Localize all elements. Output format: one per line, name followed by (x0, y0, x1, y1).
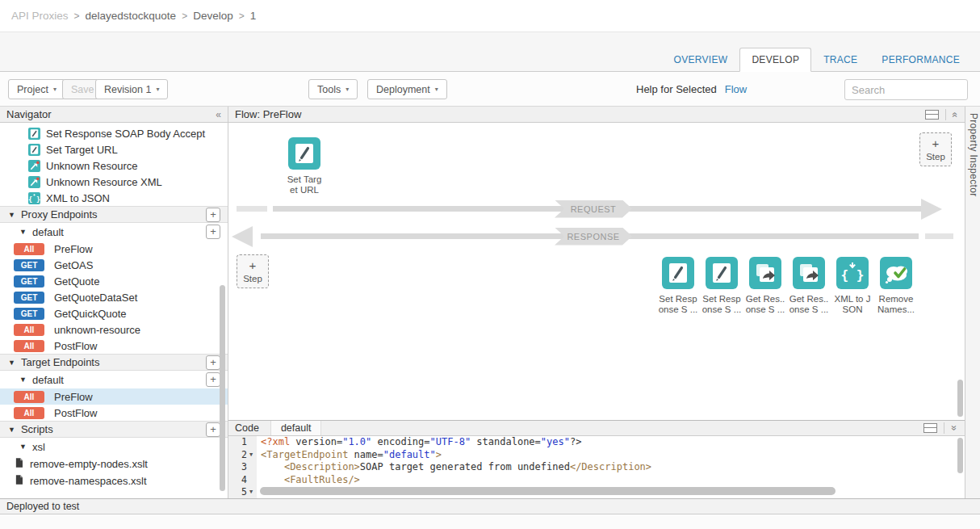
help-flow-link[interactable]: Flow (725, 83, 747, 95)
method-badge: GET (14, 259, 44, 271)
section-header-proxy-endpoints[interactable]: ▼Proxy Endpoints+ (0, 206, 228, 223)
flow-row-postflow[interactable]: AllPostFlow (0, 338, 228, 354)
add-step-request-button[interactable]: + Step (919, 132, 952, 166)
revision-menu-button[interactable]: Revision 1▾ (95, 79, 168, 99)
navigator-scrollbar[interactable] (220, 285, 225, 491)
code-editor[interactable]: 1<?xml version="1.0" encoding="UTF-8" st… (228, 436, 965, 498)
copy-step-icon[interactable] (749, 257, 781, 289)
code-text: <FaultRules/> (257, 474, 360, 487)
add-step-response-button[interactable]: + Step (237, 254, 269, 288)
flow-step[interactable]: Set Target URL (283, 137, 326, 195)
flow-row-preflow[interactable]: AllPreFlow (0, 388, 228, 405)
flow-row-getquickquote[interactable]: GETGetQuickQuote (0, 305, 228, 321)
add-target-endpoints-button[interactable]: + (206, 355, 220, 370)
method-badge: All (14, 407, 44, 419)
flow-row-preflow[interactable]: AllPreFlow (0, 241, 228, 257)
flow-row-postflow[interactable]: AllPostFlow (0, 405, 228, 421)
policy-label: Set Response SOAP Body Accept (46, 128, 205, 140)
method-badge: All (14, 391, 44, 403)
code-horizontal-scrollbar[interactable] (260, 487, 836, 495)
section-header-target-endpoints[interactable]: ▼Target Endpoints+ (0, 354, 228, 371)
line-number: 4 (228, 474, 249, 487)
step-label: Get Res..onse S ... (746, 294, 785, 315)
flow-label: unknown-resource (54, 324, 140, 336)
response-arrow-icon (232, 226, 253, 247)
fold-toggle-icon[interactable]: ▼ (249, 449, 257, 462)
navigator-policy-item[interactable]: { }XML to JSON (0, 190, 228, 206)
add-scripts-button[interactable]: + (206, 422, 220, 437)
code-vertical-scrollbar[interactable] (957, 438, 963, 473)
flow-title: Flow: PreFlow (235, 108, 301, 120)
code-line: 3 <Description>SOAP target generated fro… (228, 461, 965, 474)
collapse-flow-panel-icon[interactable]: « (950, 111, 961, 117)
navigator-policy-item[interactable]: Set Response SOAP Body Accept (0, 125, 228, 141)
section-header-scripts[interactable]: ▼Scripts+ (0, 421, 228, 438)
tab-trace[interactable]: TRACE (811, 48, 869, 72)
property-inspector-rail[interactable]: Property Inspector (965, 107, 980, 498)
group-row-xsl[interactable]: ▼xsl (0, 438, 228, 456)
braces-step-icon[interactable]: { } (836, 257, 869, 289)
flow-row-getoas[interactable]: GETGetOAS (0, 257, 228, 273)
flow-step[interactable]: Get Res..onse S ... (743, 257, 787, 315)
flow-step[interactable]: Get Res..onse S ... (787, 257, 831, 315)
tab-performance[interactable]: PERFORMANCE (869, 48, 972, 72)
breadcrumb-item[interactable]: API Proxies (11, 10, 69, 22)
navigator-policy-item[interactable]: Unknown Resource (0, 157, 228, 174)
breadcrumb-item: delayedstockquote (86, 10, 177, 22)
fold-toggle-icon[interactable]: ▼ (249, 486, 257, 498)
add-flow-button[interactable]: + (206, 225, 220, 239)
navigator-header: Navigator « (0, 107, 228, 123)
group-row-default[interactable]: ▼default+ (0, 371, 228, 388)
step-label: Set Response S ... (702, 294, 742, 315)
cloudcheck-step-icon[interactable] (880, 257, 912, 289)
flow-label: PreFlow (54, 243, 93, 255)
split-pane-icon[interactable] (923, 423, 937, 433)
pencil-step-icon[interactable] (662, 257, 694, 289)
search-input[interactable] (844, 79, 968, 100)
flow-label: PreFlow (54, 391, 93, 403)
tools-menu-button[interactable]: Tools▾ (308, 79, 358, 99)
flow-step[interactable]: Set Response S ... (656, 257, 700, 315)
toolbar: Project▾ Save Revision 1▾ Tools▾ Deploym… (0, 72, 980, 107)
navigator-panel: Navigator « Set Response SOAP Body Accep… (0, 107, 228, 498)
collapse-code-panel-icon[interactable]: « (949, 426, 960, 431)
copy-step-icon[interactable] (793, 257, 825, 289)
add-flow-button[interactable]: + (206, 372, 220, 387)
flow-step[interactable]: { }XML to JSON (831, 257, 874, 315)
flow-row-getquote[interactable]: GETGetQuote (0, 273, 228, 289)
group-label: default (32, 226, 206, 238)
policy-label: Set Target URL (46, 144, 118, 156)
code-line: 2▼<TargetEndpoint name="default"> (228, 449, 965, 462)
collapse-navigator-icon[interactable]: « (216, 109, 221, 120)
code-file-tab[interactable]: default (270, 421, 322, 435)
plus-icon: + (249, 260, 257, 271)
project-menu-button[interactable]: Project▾ (8, 79, 65, 99)
method-badge: GET (14, 292, 44, 304)
script-file-row[interactable]: remove-empty-nodes.xslt (0, 456, 228, 472)
step-label: XML to JSON (835, 294, 871, 315)
tab-develop[interactable]: DEVELOP (739, 48, 811, 72)
line-number: 5 (228, 486, 249, 498)
breadcrumb-separator: > (239, 10, 245, 22)
tab-overview[interactable]: OVERVIEW (662, 48, 740, 72)
flow-row-getquotedataset[interactable]: GETGetQuoteDataSet (0, 289, 228, 305)
navigator-title: Navigator (6, 108, 52, 120)
navigator-policy-item[interactable]: Set Target URL (0, 141, 228, 157)
code-text: <?xml version="1.0" encoding="UTF-8" sta… (257, 436, 581, 449)
add-proxy-endpoints-button[interactable]: + (206, 208, 220, 222)
split-pane-icon[interactable] (925, 110, 939, 120)
flow-row-unknown-resource[interactable]: Allunknown-resource (0, 321, 228, 338)
deployment-menu-button[interactable]: Deployment▾ (367, 79, 447, 99)
group-row-default[interactable]: ▼default+ (0, 223, 228, 241)
flow-step[interactable]: Set Response S ... (700, 257, 743, 315)
flow-step[interactable]: RemoveNames... (874, 257, 918, 315)
flow-scrollbar[interactable] (957, 380, 963, 417)
code-panel-header: Code default « (228, 421, 965, 436)
step-label: Get Res..onse S ... (789, 294, 829, 315)
pencil-step-icon[interactable] (706, 257, 738, 289)
flow-header: Flow: PreFlow « (228, 107, 965, 123)
navigator-policy-item[interactable]: Unknown Resource XML (0, 174, 228, 190)
script-file-row[interactable]: remove-namespaces.xslt (0, 472, 228, 489)
policy-label: Unknown Resource XML (46, 176, 162, 188)
pencil-step-icon[interactable] (288, 137, 320, 170)
